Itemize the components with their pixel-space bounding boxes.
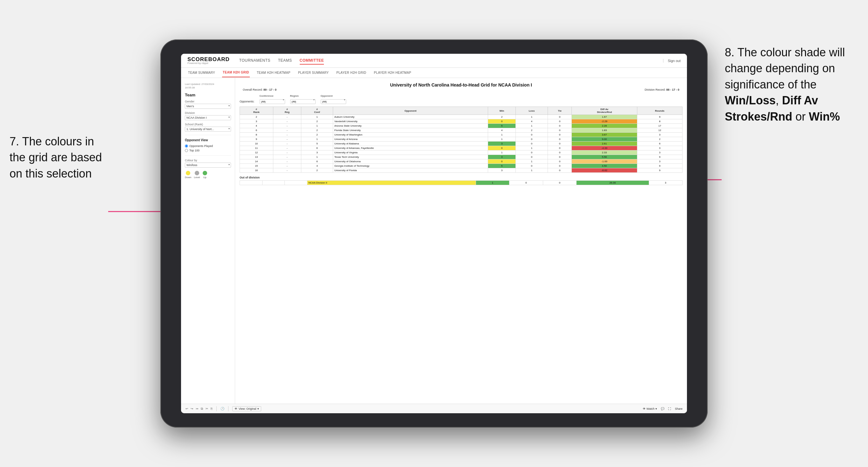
division-label: Division — [185, 111, 231, 115]
toolbar-divider-1 — [216, 406, 217, 411]
cell-diff: -1.00 — [572, 159, 637, 164]
cell-loss: 1 — [516, 146, 548, 151]
table-row: 10 - 5 University of Alabama 3 0 0 2.61 … — [240, 142, 682, 146]
cell-tie: 0 — [548, 155, 572, 159]
cell-rounds: 3 — [637, 159, 682, 164]
gender-select[interactable]: Men's — [185, 104, 231, 109]
cell-reg: - — [273, 119, 301, 124]
redo-icon[interactable]: ↪ — [191, 407, 193, 410]
cell-tie: 0 — [548, 124, 572, 128]
radio-opponents-played[interactable]: Opponents Played — [185, 145, 231, 148]
ood-rounds: 3 — [649, 181, 682, 185]
col-reg: #Reg — [273, 107, 301, 115]
cell-rank: 4 — [240, 124, 273, 128]
opponent-select[interactable]: (All) — [321, 99, 346, 104]
subnav-team-h2h-heatmap[interactable]: TEAM H2H HEATMAP — [256, 68, 291, 77]
view-selector[interactable]: 👁 View: Original ▾ — [232, 406, 261, 411]
subnav-player-h2h-grid[interactable]: PLAYER H2H GRID — [336, 68, 367, 77]
scissors-icon[interactable]: ✂ — [206, 407, 208, 410]
table-row: 9 - 1 University of Arizona 1 0 0 9.00 2 — [240, 137, 682, 142]
gender-select-wrap: Men's — [185, 104, 231, 109]
cell-diff: 1.83 — [572, 128, 637, 133]
cell-rounds: 2 — [637, 137, 682, 142]
cell-opponent: Vanderbilt University — [333, 119, 488, 124]
out-of-division-table: NCAA Division II 1 0 0 26.00 3 — [240, 180, 682, 185]
cell-rank: 14 — [240, 159, 273, 164]
grid-title: University of North Carolina Head-to-Hea… — [240, 83, 682, 88]
conference-label: Conference — [260, 94, 285, 97]
watch-button[interactable]: 👁 Watch ▾ — [643, 407, 657, 410]
cell-win: 4 — [488, 128, 516, 133]
legend-down-dot — [186, 171, 190, 175]
sidebar-divider-1 — [185, 135, 231, 135]
subnav-team-h2h-grid[interactable]: TEAM H2H GRID — [222, 68, 250, 77]
conference-select[interactable]: (All) — [260, 99, 285, 104]
cell-opponent: University of Washington — [333, 133, 488, 137]
tablet-shell: SCOREBOARD Powered by clippd TOURNAMENTS… — [160, 39, 708, 428]
ood-reg — [262, 181, 285, 185]
cell-tie: 0 — [548, 151, 572, 155]
share-icon-button[interactable]: ⛶ — [668, 407, 671, 410]
out-of-division-section: Out of division NCAA Division II 1 0 0 — [240, 176, 682, 185]
copy-icon[interactable]: ⧉ — [201, 407, 203, 411]
legend-up-dot — [203, 171, 207, 175]
legend-up: Up — [203, 171, 207, 179]
cell-win: 3 — [488, 168, 516, 173]
cell-conf: 2 — [301, 128, 333, 133]
cell-conf: 1 — [301, 137, 333, 142]
cell-win: 3 — [488, 142, 516, 146]
cell-conf: 3 — [301, 151, 333, 155]
table-row: 2 - 1 Auburn University 2 1 0 1.67 9 — [240, 115, 682, 119]
sign-out-button[interactable]: Sign out — [663, 59, 681, 63]
cell-rank: 15 — [240, 164, 273, 168]
colour-by-select[interactable]: Win/loss — [185, 162, 231, 168]
share-button[interactable]: Share — [675, 407, 682, 410]
cell-reg: - — [273, 128, 301, 133]
cell-diff: 5.56 — [572, 155, 637, 159]
opponent-filter: Opponent (All) — [321, 94, 346, 104]
table-row: 8 - 2 University of Washington 1 0 0 3.6… — [240, 133, 682, 137]
region-select[interactable]: (All) — [290, 99, 316, 104]
radio-top100[interactable]: Top 100 — [185, 149, 231, 152]
share-icon: ⛶ — [668, 407, 671, 410]
cell-rank: 3 — [240, 119, 273, 124]
forward-icon[interactable]: ↣ — [196, 407, 198, 410]
nav-teams[interactable]: TEAMS — [278, 57, 292, 65]
cell-diff: 2.28 — [572, 124, 637, 128]
cell-win: 1 — [488, 151, 516, 155]
colour-by-section: Colour by Win/loss — [185, 159, 231, 168]
school-select[interactable]: 1. University of Nort... — [185, 127, 231, 132]
grid-record: Overall Record: 89 - 17 - 0 Division Rec… — [240, 88, 682, 91]
cell-loss: 0 — [516, 133, 548, 137]
cell-conf: 5 — [301, 142, 333, 146]
ood-tie: 0 — [543, 181, 576, 185]
undo-icon[interactable]: ↩ — [186, 407, 188, 410]
cell-tie: 0 — [548, 133, 572, 137]
comment-button[interactable]: 💬 — [661, 407, 664, 410]
division-select[interactable]: NCAA Division I — [185, 115, 231, 120]
cell-rank: 10 — [240, 142, 273, 146]
main-nav: TOURNAMENTS TEAMS COMMITTEE — [239, 57, 654, 65]
nav-committee[interactable]: COMMITTEE — [300, 57, 324, 65]
paste-icon[interactable]: ⎘ — [211, 407, 213, 410]
nav-tournaments[interactable]: TOURNAMENTS — [239, 57, 271, 65]
toolbar-divider-2 — [228, 406, 228, 411]
subnav-player-summary[interactable]: PLAYER SUMMARY — [298, 68, 330, 77]
col-rounds: Rounds — [637, 107, 682, 115]
out-of-division-row: NCAA Division II 1 0 0 26.00 3 — [240, 181, 682, 185]
clock-icon[interactable]: 🕐 — [220, 407, 224, 410]
filter-row: Opponents: Conference (All) Region — [240, 94, 682, 104]
cell-tie: 0 — [548, 128, 572, 133]
subnav-player-h2h-heatmap[interactable]: PLAYER H2H HEATMAP — [373, 68, 412, 77]
cell-tie: 0 — [548, 119, 572, 124]
cell-tie: 0 — [548, 146, 572, 151]
ood-win: 1 — [476, 181, 509, 185]
cell-loss: 1 — [516, 168, 548, 173]
annotation-left: 7. The colours in the grid are based on … — [9, 134, 105, 182]
cell-reg: - — [273, 151, 301, 155]
col-rank: #Rank — [240, 107, 273, 115]
cell-reg: - — [273, 133, 301, 137]
table-row: 11 - 6 University of Arkansas, Fayettevi… — [240, 146, 682, 151]
conference-filter: Conference (All) — [260, 94, 285, 104]
subnav-team-summary[interactable]: TEAM SUMMARY — [187, 68, 216, 77]
